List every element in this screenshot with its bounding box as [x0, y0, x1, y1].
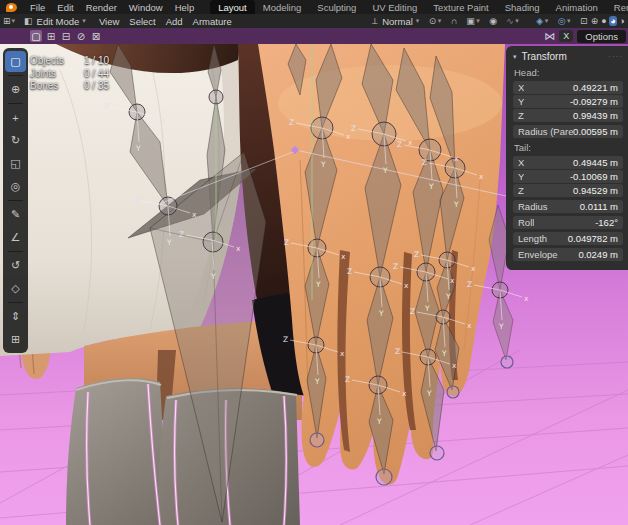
workspace-tabs: LayoutModelingSculptingUV EditingTexture… — [210, 0, 628, 14]
rotate-tool[interactable]: ↻ — [5, 130, 26, 151]
drag-handle-icon[interactable]: ···· — [608, 52, 623, 61]
falloff-selector[interactable]: ∿ ▾ — [505, 16, 521, 26]
menu-edit[interactable]: Edit — [51, 2, 79, 13]
field-x[interactable]: X0.49221 m — [513, 81, 623, 94]
field-y[interactable]: Y-0.10069 m — [513, 170, 623, 183]
scale-tool[interactable]: ◱ — [5, 153, 26, 174]
svg-text:x: x — [479, 172, 484, 181]
svg-text:Z: Z — [395, 347, 400, 356]
tab-shading[interactable]: Shading — [497, 0, 548, 14]
tab-rendering[interactable]: Rendering — [606, 0, 628, 14]
svg-text:Z: Z — [135, 196, 140, 205]
blender-logo-icon[interactable] — [6, 3, 17, 12]
viewport-menu-add[interactable]: Add — [161, 16, 188, 27]
field-group: Radius0.0111 m — [513, 200, 623, 213]
mode-label: Edit Mode — [37, 16, 80, 27]
measure-tool[interactable]: ∠ — [5, 227, 26, 248]
field-value: -0.10069 m — [570, 171, 618, 182]
select-mode-set-icon[interactable]: ▢ — [30, 30, 42, 42]
extrude-tool[interactable]: ⊞ — [5, 329, 26, 350]
snap-toggle[interactable]: ∩ — [449, 16, 458, 26]
field-z[interactable]: Z0.94529 m — [513, 184, 623, 197]
field-value: 0.94529 m — [573, 185, 618, 196]
menu-help[interactable]: Help — [169, 2, 201, 13]
pivot-point-selector[interactable]: ⊙ ▾ — [427, 16, 443, 26]
field-z[interactable]: Z0.99439 m — [513, 109, 623, 122]
editor-type-selector[interactable]: ⊞ ▾ — [2, 16, 17, 26]
select-mode-invert-icon[interactable]: ⊘ — [75, 30, 87, 42]
svg-text:x: x — [450, 276, 455, 285]
annotate-tool[interactable]: ✎ — [5, 204, 26, 225]
field-length[interactable]: Length0.049782 m — [513, 232, 623, 245]
viewport-menu-select[interactable]: Select — [124, 16, 160, 27]
field-group: Length0.049782 m — [513, 232, 623, 245]
svg-text:x: x — [467, 321, 472, 330]
viewport-menu-armature[interactable]: Armature — [188, 16, 237, 27]
field-radius[interactable]: Radius0.0111 m — [513, 200, 623, 213]
transform-orientation-selector[interactable]: ⟂ Normal ▾ — [370, 16, 421, 27]
svg-text:x: x — [471, 264, 476, 273]
field-y[interactable]: Y-0.09279 m — [513, 95, 623, 108]
mirror-x-toggle[interactable]: X — [559, 30, 573, 42]
svg-text:Z: Z — [393, 262, 398, 271]
field-value: 0.49445 m — [573, 157, 618, 168]
field-x[interactable]: X0.49445 m — [513, 156, 623, 169]
show-gizmo-toggle[interactable]: ◈ ▾ — [535, 16, 550, 26]
bone-envelope-tool[interactable]: ◇ — [5, 278, 26, 299]
roll-tool[interactable]: ↺ — [5, 255, 26, 276]
xray-toggle-icon[interactable]: ⊡ — [580, 16, 588, 26]
chevron-down-icon: ▾ — [416, 17, 420, 25]
tab-animation[interactable]: Animation — [548, 0, 606, 14]
field-name: Z — [518, 185, 524, 196]
svg-text:Y: Y — [428, 182, 434, 191]
chevron-down-icon: ▾ — [438, 17, 442, 25]
svg-text:Y: Y — [314, 377, 320, 386]
select-mode-intersect-icon[interactable]: ⊠ — [90, 30, 102, 42]
viewport-header-right: ⟂ Normal ▾ ⊙ ▾ ∩ ▣ ▾ ◉ ∿ ▾ ◈ — [370, 16, 626, 27]
chevron-down-icon: ▾ — [567, 17, 571, 25]
cursor-tool[interactable]: ⊕ — [5, 79, 26, 100]
shading-wireframe-icon[interactable]: ⊕ — [591, 16, 599, 26]
tab-layout[interactable]: Layout — [210, 0, 255, 14]
stat-value-joints: 0 / 44 — [84, 68, 109, 81]
field-value: -162° — [595, 217, 618, 228]
mode-selector[interactable]: ◧ Edit Mode ▾ — [23, 16, 88, 27]
svg-text:x: x — [524, 294, 529, 303]
shading-rendered-icon[interactable]: ◑ — [619, 16, 624, 26]
field-name: Y — [518, 96, 524, 107]
field-name: Y — [518, 171, 524, 182]
select-mode-subtract-icon[interactable]: ⊟ — [60, 30, 72, 42]
snap-target-selector[interactable]: ▣ ▾ — [465, 16, 482, 26]
tab-sculpting[interactable]: Sculpting — [309, 0, 364, 14]
move-tool[interactable]: + — [5, 107, 26, 128]
field-envelope[interactable]: Envelope0.0249 m — [513, 248, 623, 261]
svg-text:Y: Y — [320, 160, 326, 169]
tab-texture-paint[interactable]: Texture Paint — [425, 0, 496, 14]
select-mode-extend-icon[interactable]: ⊞ — [45, 30, 57, 42]
bone-size-tool[interactable]: ⇕ — [5, 306, 26, 327]
section-label: Head: — [514, 67, 623, 78]
select-box-tool[interactable]: ▢ — [5, 51, 26, 72]
menu-render[interactable]: Render — [80, 2, 123, 13]
viewport-menu-view[interactable]: View — [94, 16, 124, 27]
transform-panel-header[interactable]: ▾ Transform ···· — [513, 51, 623, 62]
magnet-icon: ∩ — [451, 16, 457, 26]
shading-material-preview-icon[interactable]: ◕ — [609, 16, 616, 26]
transform-panel: ▾ Transform ···· Head:X0.49221 mY-0.0927… — [506, 46, 628, 270]
gizmo-icon: ◈ — [536, 16, 543, 26]
shading-solid-icon[interactable]: ● — [601, 16, 606, 26]
options-button[interactable]: Options — [577, 30, 626, 43]
field-value: 0.49221 m — [573, 82, 618, 93]
transform-tool[interactable]: ◎ — [5, 176, 26, 197]
tab-modeling[interactable]: Modeling — [255, 0, 310, 14]
menu-window[interactable]: Window — [123, 2, 169, 13]
menu-file[interactable]: File — [24, 2, 51, 13]
svg-text:Y: Y — [441, 349, 447, 358]
svg-text:Y: Y — [382, 166, 388, 175]
proportional-editing-toggle[interactable]: ◉ — [488, 16, 499, 26]
field-radiusparent[interactable]: Radius (Parent0.00595 m — [513, 125, 623, 138]
field-roll[interactable]: Roll-162° — [513, 216, 623, 229]
tab-uv-editing[interactable]: UV Editing — [364, 0, 425, 14]
svg-text:Z: Z — [345, 375, 350, 384]
show-overlays-toggle[interactable]: ◎ ▾ — [556, 16, 572, 26]
